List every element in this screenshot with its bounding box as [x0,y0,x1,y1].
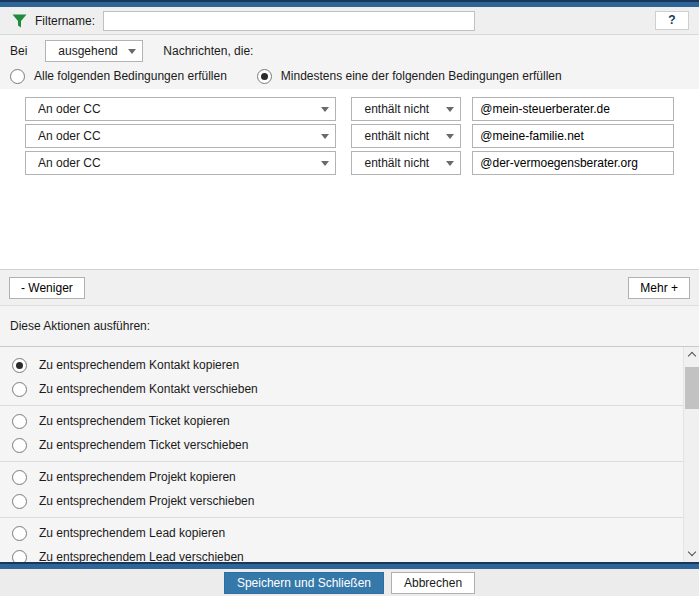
cancel-button[interactable]: Abbrechen [391,572,475,594]
direction-dropdown[interactable]: ausgehenden [45,40,143,62]
radio-any-condition-label: Mindestens eine der folgenden Bedingunge… [281,69,562,83]
condition-operator-dropdown[interactable]: enthält nicht [351,97,461,121]
condition-row: An oder CC enthält nicht [25,124,674,148]
filtername-label: Filtername: [35,14,95,28]
radio-all-conditions[interactable]: Alle folgenden Bedingungen erfüllen [10,69,227,84]
action-group-projekt: Zu entsprechendem Projekt kopieren Zu en… [0,462,699,518]
chevron-down-icon [687,548,695,556]
action-group-lead: Zu entsprechendem Lead kopieren Zu entsp… [0,518,699,562]
row-controls: - Weniger Mehr + [0,269,699,306]
action-option-label: Zu entsprechendem Lead verschieben [39,550,244,562]
fewer-conditions-button[interactable]: - Weniger [9,277,85,299]
actions-list: Zu entsprechendem Kontakt kopieren Zu en… [0,346,699,562]
chevron-down-icon [321,107,329,112]
filtername-input[interactable] [103,11,475,31]
condition-value-input[interactable] [472,151,674,175]
scrollbar-track[interactable] [684,363,699,546]
action-option[interactable]: Zu entsprechendem Ticket verschieben [0,433,699,457]
more-conditions-button[interactable]: Mehr + [628,277,690,299]
actions-title: Diese Aktionen ausführen: [10,319,150,333]
scrollbar-thumb[interactable] [685,367,699,409]
radio-icon [12,358,27,373]
action-group-ticket: Zu entsprechendem Ticket kopieren Zu ent… [0,406,699,462]
radio-icon [12,550,27,563]
condition-field-value: An oder CC [38,102,311,116]
messages-label: Nachrichten, die: [163,44,253,58]
radio-all-conditions-label: Alle folgenden Bedingungen erfüllen [34,69,227,83]
chevron-down-icon [321,134,329,139]
condition-operator-dropdown[interactable]: enthält nicht [351,151,461,175]
action-option-label: Zu entsprechendem Kontakt kopieren [39,358,239,372]
radio-icon [12,526,27,541]
action-option[interactable]: Zu entsprechendem Kontakt kopieren [0,353,699,377]
action-option-label: Zu entsprechendem Projekt kopieren [39,470,236,484]
chevron-down-icon [446,161,454,166]
condition-operator-value: enthält nicht [364,129,436,143]
condition-field-dropdown[interactable]: An oder CC [25,151,336,175]
radio-icon [10,69,25,84]
actions-header: Diese Aktionen ausführen: [0,306,699,346]
scrollbar[interactable] [683,347,699,562]
condition-operator-value: enthält nicht [364,156,436,170]
filtername-row: Filtername: ? [0,7,699,35]
bei-label: Bei [10,44,27,58]
radio-icon [12,470,27,485]
filter-dialog: Filtername: ? Bei ausgehenden Nachrichte… [0,0,699,596]
radio-icon [12,494,27,509]
radio-icon [12,414,27,429]
action-option[interactable]: Zu entsprechendem Projekt kopieren [0,465,699,489]
top-accent-bar [0,0,699,7]
condition-value-input[interactable] [472,124,674,148]
action-option[interactable]: Zu entsprechendem Lead verschieben [0,545,699,562]
action-option[interactable]: Zu entsprechendem Projekt verschieben [0,489,699,513]
condition-row: An oder CC enthält nicht [25,151,674,175]
chevron-down-icon [321,161,329,166]
scroll-down-button[interactable] [684,546,699,562]
chevron-down-icon [446,107,454,112]
match-mode-row: Alle folgenden Bedingungen erfüllen Mind… [10,63,689,89]
radio-icon [12,438,27,453]
chevron-down-icon [128,49,136,54]
filter-icon [12,14,27,28]
scroll-up-button[interactable] [684,347,699,363]
condition-header: Bei ausgehenden Nachrichten, die: Alle f… [0,35,699,89]
condition-operator-value: enthält nicht [364,102,436,116]
condition-field-dropdown[interactable]: An oder CC [25,97,336,121]
bottom-accent-bar [0,562,699,569]
action-group-kontakt: Zu entsprechendem Kontakt kopieren Zu en… [0,350,699,406]
action-groups: Zu entsprechendem Kontakt kopieren Zu en… [0,347,699,562]
direction-dropdown-value: ausgehenden [58,44,118,58]
condition-operator-dropdown[interactable]: enthält nicht [351,124,461,148]
conditions-panel: An oder CC enthält nicht An oder CC enth… [0,89,699,269]
action-option-label: Zu entsprechendem Ticket kopieren [39,414,230,428]
action-option[interactable]: Zu entsprechendem Lead kopieren [0,521,699,545]
condition-value-input[interactable] [472,97,674,121]
action-option-label: Zu entsprechendem Projekt verschieben [39,494,254,508]
action-option-label: Zu entsprechendem Ticket verschieben [39,438,248,452]
save-and-close-button[interactable]: Speichern und Schließen [224,572,384,594]
action-option[interactable]: Zu entsprechendem Ticket kopieren [0,409,699,433]
footer: Speichern und Schließen Abbrechen [0,569,699,596]
chevron-down-icon [446,134,454,139]
condition-field-value: An oder CC [38,156,311,170]
action-option[interactable]: Zu entsprechendem Kontakt verschieben [0,377,699,401]
radio-icon [257,69,272,84]
action-option-label: Zu entsprechendem Kontakt verschieben [39,382,258,396]
condition-row: An oder CC enthält nicht [25,97,674,121]
action-option-label: Zu entsprechendem Lead kopieren [39,526,225,540]
condition-field-value: An oder CC [38,129,311,143]
condition-field-dropdown[interactable]: An oder CC [25,124,336,148]
chevron-up-icon [687,352,695,360]
help-button[interactable]: ? [655,11,689,30]
radio-icon [12,382,27,397]
radio-any-condition[interactable]: Mindestens eine der folgenden Bedingunge… [257,69,562,84]
message-direction-row: Bei ausgehenden Nachrichten, die: [10,35,689,63]
